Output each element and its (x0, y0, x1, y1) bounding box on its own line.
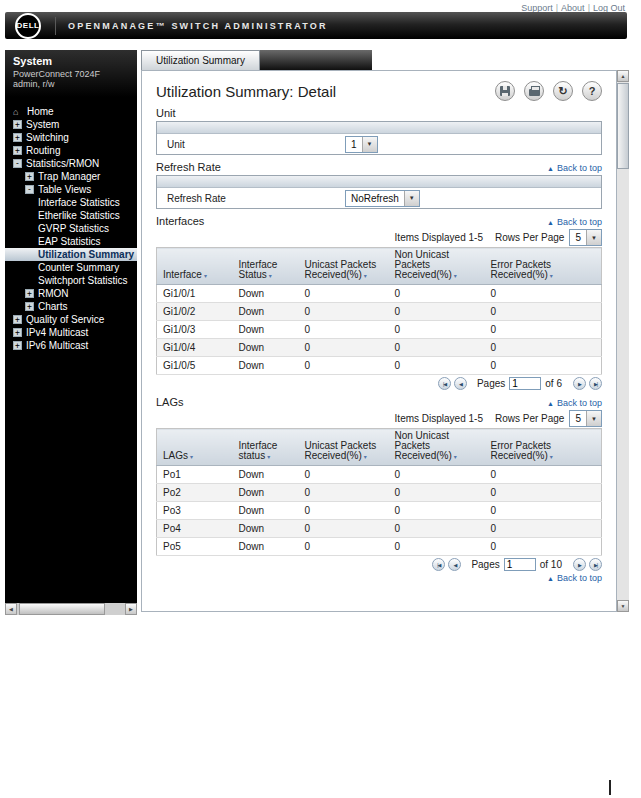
previous-page-icon[interactable]: ◀ (454, 377, 467, 390)
sidebar-item-charts[interactable]: +Charts (5, 300, 137, 313)
expand-icon[interactable]: + (13, 341, 22, 350)
expand-icon[interactable]: + (25, 172, 34, 181)
system-name: System (13, 55, 129, 67)
sort-icon[interactable]: ▾ (190, 454, 193, 460)
refresh-button[interactable]: ↻ (553, 81, 573, 101)
column-header-interface-status[interactable]: Interface status▾ (233, 429, 299, 466)
sort-icon[interactable]: ▾ (364, 454, 367, 460)
save-button[interactable] (495, 81, 515, 101)
sidebar-item-utilization-summary[interactable]: Utilization Summary (5, 248, 137, 261)
column-header-lags[interactable]: LAGs▾ (157, 429, 233, 466)
sidebar-item-etherlike-statistics[interactable]: Etherlike Statistics (5, 209, 137, 222)
content-vertical-scrollbar[interactable]: ▲ ▼ (617, 70, 629, 612)
table-cell: Gi1/0/3 (157, 321, 233, 339)
sidebar-item-gvrp-statistics[interactable]: GVRP Statistics (5, 222, 137, 235)
scroll-right-icon[interactable]: ▶ (125, 603, 137, 615)
column-header-interface[interactable]: Interface▾ (157, 248, 233, 285)
bottom-row: ▲ Back to top (156, 573, 602, 583)
column-header-non-unicast-packets-received-[interactable]: Non Unicast Packets Received(%)▾ (389, 248, 485, 285)
unit-table: Unit 1 ▼ (156, 121, 602, 155)
scroll-left-icon[interactable]: ◀ (5, 603, 17, 615)
table-row: Gi1/0/1Down000 (157, 285, 602, 303)
table-cell: 0 (485, 285, 602, 303)
expand-icon[interactable]: + (13, 120, 22, 129)
sidebar-item-trap-manager[interactable]: +Trap Manager (5, 170, 137, 183)
sort-icon[interactable]: ▾ (550, 454, 553, 460)
print-button[interactable] (524, 81, 544, 101)
sidebar-item-label: Counter Summary (38, 262, 119, 273)
expand-icon[interactable]: + (13, 133, 22, 142)
column-header-unicast-packets-received-[interactable]: Unicast Packets Received(%)▾ (299, 429, 389, 466)
sort-icon[interactable]: ▾ (267, 454, 270, 460)
scrollbar-track[interactable] (17, 603, 125, 615)
tab-strip-backdrop (260, 50, 372, 70)
table-cell: 0 (485, 520, 602, 538)
sidebar-item-counter-summary[interactable]: Counter Summary (5, 261, 137, 274)
rows-per-page-select[interactable]: 5 ▼ (569, 229, 602, 246)
sidebar-item-ipv4-multicast[interactable]: +IPv4 Multicast (5, 326, 137, 339)
column-header-interface-status[interactable]: Interface Status▾ (233, 248, 299, 285)
scroll-down-icon[interactable]: ▼ (617, 600, 629, 612)
expand-icon[interactable]: + (13, 328, 22, 337)
sidebar-item-label: Etherlike Statistics (38, 210, 120, 221)
expand-icon[interactable]: + (25, 289, 34, 298)
sidebar-item-ipv6-multicast[interactable]: +IPv6 Multicast (5, 339, 137, 352)
back-to-top-link[interactable]: ▲ Back to top (547, 573, 602, 583)
sidebar-item-routing[interactable]: +Routing (5, 144, 137, 157)
sidebar-item-interface-statistics[interactable]: Interface Statistics (5, 196, 137, 209)
column-header-non-unicast-packets-received-[interactable]: Non Unicast Packets Received(%)▾ (389, 429, 485, 466)
scroll-up-icon[interactable]: ▲ (617, 70, 629, 82)
table-cell: 0 (485, 484, 602, 502)
sidebar-horizontal-scrollbar[interactable]: ◀ ▶ (5, 603, 137, 615)
column-header-error-packets-received-[interactable]: Error Packets Received(%)▾ (485, 429, 602, 466)
sort-icon[interactable]: ▾ (454, 454, 457, 460)
table-cell: 0 (389, 502, 485, 520)
rows-per-page-select[interactable]: 5 ▼ (569, 410, 602, 427)
table-cell: 0 (485, 321, 602, 339)
sidebar-item-eap-statistics[interactable]: EAP Statistics (5, 235, 137, 248)
expand-icon[interactable]: + (13, 315, 22, 324)
sidebar-item-quality-of-service[interactable]: +Quality of Service (5, 313, 137, 326)
last-page-icon[interactable]: ▶| (589, 558, 602, 571)
sidebar-item-system[interactable]: +System (5, 118, 137, 131)
sidebar-item-label: Switching (26, 132, 69, 143)
sidebar-item-label: Trap Manager (38, 171, 100, 182)
sidebar-item-switching[interactable]: +Switching (5, 131, 137, 144)
next-page-icon[interactable]: ▶ (573, 558, 586, 571)
refresh-rate-select[interactable]: NoRefresh ▼ (345, 190, 420, 207)
back-to-top-link[interactable]: ▲ Back to top (547, 398, 602, 408)
sort-icon[interactable]: ▾ (550, 273, 553, 279)
page-input[interactable] (504, 558, 536, 571)
sidebar-item-switchport-statistics[interactable]: Switchport Statistics (5, 274, 137, 287)
save-icon (500, 86, 510, 96)
first-page-icon[interactable]: |◀ (438, 377, 451, 390)
sidebar-item-home[interactable]: ⌂Home (5, 105, 137, 118)
column-header-error-packets-received-[interactable]: Error Packets Received(%)▾ (485, 248, 602, 285)
tab-utilization-summary[interactable]: Utilization Summary (141, 50, 260, 70)
expand-icon[interactable]: + (25, 302, 34, 311)
first-page-icon[interactable]: |◀ (432, 558, 445, 571)
previous-page-icon[interactable]: ◀ (448, 558, 461, 571)
collapse-icon[interactable]: - (13, 159, 22, 168)
next-page-icon[interactable]: ▶ (573, 377, 586, 390)
table-cell: 0 (485, 357, 602, 375)
scrollbar-thumb[interactable] (617, 83, 629, 169)
page-input[interactable] (509, 377, 541, 390)
sort-icon[interactable]: ▾ (269, 273, 272, 279)
sort-icon[interactable]: ▾ (364, 273, 367, 279)
expand-icon[interactable]: + (13, 146, 22, 155)
help-button[interactable]: ? (582, 81, 602, 101)
column-header-unicast-packets-received-[interactable]: Unicast Packets Received(%)▾ (299, 248, 389, 285)
app-title: OPENMANAGE™ SWITCH ADMINISTRATOR (68, 21, 328, 31)
sort-icon[interactable]: ▾ (454, 273, 457, 279)
unit-select[interactable]: 1 ▼ (345, 136, 378, 153)
sidebar-item-table-views[interactable]: -Table Views (5, 183, 137, 196)
back-to-top-link[interactable]: ▲ Back to top (547, 217, 602, 227)
last-page-icon[interactable]: ▶| (589, 377, 602, 390)
sidebar-item-statistics-rmon[interactable]: -Statistics/RMON (5, 157, 137, 170)
scrollbar-thumb[interactable] (19, 603, 105, 615)
collapse-icon[interactable]: - (25, 185, 34, 194)
sort-icon[interactable]: ▾ (204, 273, 207, 279)
back-to-top-link[interactable]: ▲ Back to top (547, 163, 602, 173)
sidebar-item-rmon[interactable]: +RMON (5, 287, 137, 300)
